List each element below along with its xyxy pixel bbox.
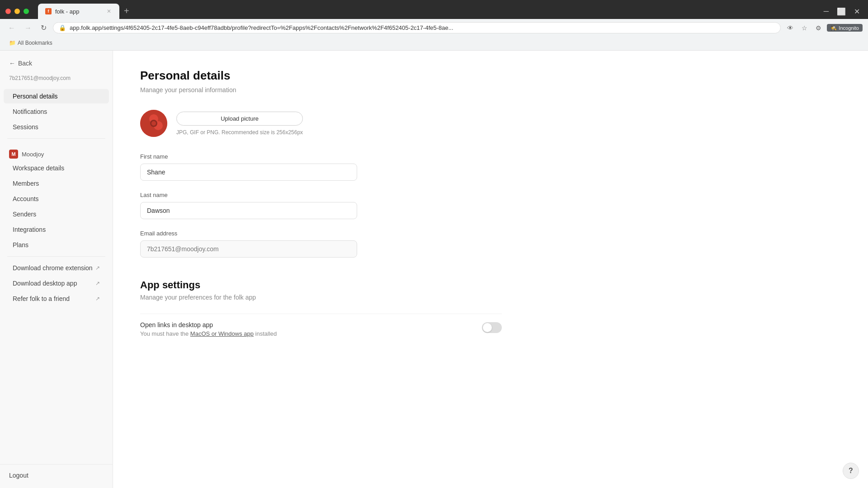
window-maximize-button[interactable] (24, 9, 29, 14)
workspace-section-header: M Moodjoy (0, 146, 113, 160)
page-subtitle: Manage your personal information (140, 86, 841, 94)
chrome-ext-label: Download chrome extension (13, 264, 93, 272)
bookmark-star-icon[interactable]: ☆ (799, 23, 810, 33)
sidebar-item-workspace-details[interactable]: Workspace details (4, 161, 109, 175)
nav-back-button[interactable]: ← (5, 22, 18, 34)
toggle-desc-suffix: installed (254, 330, 277, 337)
sidebar-item-senders-label: Senders (13, 211, 36, 218)
sidebar-item-personal-details-label: Personal details (13, 93, 58, 100)
email-label: Email address (140, 230, 357, 237)
toggle-label: Open links in desktop app (140, 321, 277, 328)
first-name-input[interactable] (140, 164, 357, 181)
sidebar-item-members-label: Members (13, 180, 39, 187)
window-controls (5, 9, 29, 14)
window-controls-right: ─ ⬜ ✕ (821, 6, 863, 17)
app-settings-subtitle: Manage your preferences for the folk app (140, 294, 841, 301)
app-container: ← Back 7b217651@moodjoy.com Personal det… (0, 51, 868, 488)
logout-label: Logout (9, 472, 28, 479)
sidebar-item-sessions-label: Sessions (13, 123, 38, 131)
extension-icon[interactable]: ⚙ (813, 23, 824, 33)
sidebar-email: 7b217651@moodjoy.com (0, 72, 113, 89)
upload-area: Upload picture JPG, GIF or PNG. Recommen… (176, 112, 303, 136)
last-name-input[interactable] (140, 202, 357, 219)
sidebar-item-plans-label: Plans (13, 241, 28, 249)
sidebar-item-notifications-label: Notifications (13, 108, 47, 115)
last-name-label: Last name (140, 192, 357, 198)
toggle-knob (483, 323, 492, 332)
first-name-label: First name (140, 153, 357, 160)
tab-close-button[interactable]: ✕ (106, 7, 112, 15)
nav-forward-button[interactable]: → (22, 22, 34, 34)
avatar-image (140, 110, 167, 137)
desktop-app-label: Download desktop app (13, 280, 77, 287)
sidebar-item-refer[interactable]: Refer folk to a friend ↗ (4, 291, 109, 306)
browser-chrome: f folk - app ✕ + ─ ⬜ ✕ ← → ↻ 🔒 👁 ☆ ⚙ 🕵 I… (0, 0, 868, 51)
workspace-icon: M (9, 150, 18, 159)
sidebar-item-sessions[interactable]: Sessions (4, 120, 109, 134)
avatar (140, 110, 167, 137)
toggle-desc-link[interactable]: MacOS or Windows app (190, 330, 254, 337)
back-button[interactable]: ← Back (0, 56, 113, 72)
help-button[interactable]: ? (843, 463, 859, 479)
external-link-icon-desktop: ↗ (95, 280, 100, 286)
tab-bar: f folk - app ✕ + (33, 4, 138, 19)
nav-reload-button[interactable]: ↻ (38, 22, 49, 34)
sidebar-item-workspace-details-label: Workspace details (13, 164, 64, 172)
sidebar-item-chrome-ext[interactable]: Download chrome extension ↗ (4, 261, 109, 275)
back-arrow-icon: ← (9, 60, 15, 67)
sidebar-item-accounts[interactable]: Accounts (4, 192, 109, 206)
help-icon: ? (849, 467, 853, 475)
sidebar-bottom: Logout (0, 464, 113, 483)
sidebar-item-accounts-label: Accounts (13, 195, 39, 202)
sidebar-item-notifications[interactable]: Notifications (4, 104, 109, 119)
toggle-description: You must have the MacOS or Windows app i… (140, 330, 277, 337)
tab-favicon: f (45, 8, 52, 14)
new-tab-button[interactable]: + (120, 4, 133, 18)
sidebar-divider-2 (7, 256, 105, 257)
open-links-toggle-row: Open links in desktop app You must have … (140, 314, 502, 344)
sidebar-item-senders[interactable]: Senders (4, 207, 109, 221)
all-bookmarks-button[interactable]: 📁 All Bookmarks (5, 38, 56, 47)
sidebar-item-members[interactable]: Members (4, 176, 109, 191)
sidebar: ← Back 7b217651@moodjoy.com Personal det… (0, 51, 113, 488)
sidebar-item-plans[interactable]: Plans (4, 238, 109, 252)
bookmarks-bar: 📁 All Bookmarks (0, 38, 868, 51)
app-settings-title: App settings (140, 279, 841, 291)
address-bar[interactable]: 🔒 (53, 22, 781, 33)
incognito-label: Incognito (839, 25, 859, 31)
main-content: Personal details Manage your personal in… (113, 51, 868, 488)
active-tab[interactable]: f folk - app ✕ (38, 4, 119, 19)
profile-pic-section: Upload picture JPG, GIF or PNG. Recommen… (140, 110, 841, 137)
address-bar-row: ← → ↻ 🔒 👁 ☆ ⚙ 🕵 Incognito (0, 19, 868, 38)
window-minimize-right[interactable]: ─ (821, 6, 831, 17)
logout-button[interactable]: Logout (0, 468, 113, 483)
upload-hint: JPG, GIF or PNG. Recommended size is 256… (176, 129, 303, 136)
first-name-group: First name (140, 153, 357, 181)
page-title: Personal details (140, 69, 841, 83)
upload-picture-button[interactable]: Upload picture (176, 112, 303, 126)
url-input[interactable] (70, 24, 775, 31)
sidebar-item-integrations[interactable]: Integrations (4, 222, 109, 237)
external-link-icon-chrome: ↗ (95, 265, 100, 271)
svg-point-5 (151, 121, 156, 126)
sidebar-item-desktop-app[interactable]: Download desktop app ↗ (4, 276, 109, 291)
app-settings-section: App settings Manage your preferences for… (140, 279, 841, 344)
window-minimize-button[interactable] (14, 9, 20, 14)
back-label: Back (18, 60, 32, 67)
last-name-group: Last name (140, 192, 357, 219)
window-close-right[interactable]: ✕ (851, 6, 863, 17)
window-close-button[interactable] (5, 9, 11, 14)
incognito-badge: 🕵 Incognito (827, 24, 863, 32)
email-group: Email address (140, 230, 357, 258)
all-bookmarks-label: All Bookmarks (18, 40, 52, 46)
workspace-name: Moodjoy (22, 151, 44, 158)
bookmarks-folder-icon: 📁 (9, 40, 16, 46)
sidebar-item-personal-details[interactable]: Personal details (4, 89, 109, 103)
external-link-icon-refer: ↗ (95, 296, 100, 302)
open-links-toggle[interactable] (482, 322, 502, 333)
toggle-text: Open links in desktop app You must have … (140, 321, 277, 337)
eye-slash-icon[interactable]: 👁 (784, 23, 796, 33)
sidebar-divider-1 (7, 138, 105, 139)
tab-title: folk - app (55, 8, 102, 15)
window-restore-right[interactable]: ⬜ (834, 6, 849, 17)
